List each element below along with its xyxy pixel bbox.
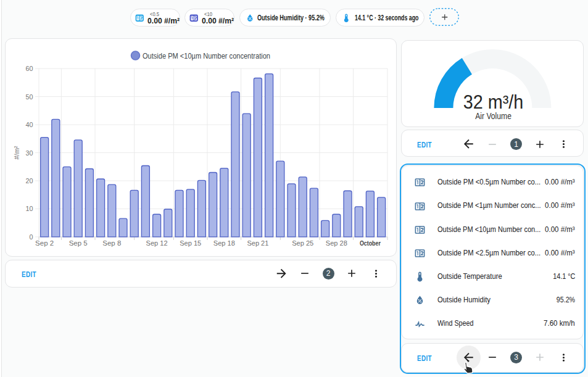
svg-text:Sep 5: Sep 5 xyxy=(69,239,88,247)
svg-text:Air Volume: Air Volume xyxy=(475,110,511,121)
svg-text:Sep 12: Sep 12 xyxy=(146,239,168,247)
svg-text:60: 60 xyxy=(25,65,33,72)
svg-text:Sep 28: Sep 28 xyxy=(326,239,347,247)
svg-text:20: 20 xyxy=(25,177,33,184)
svg-text:#/m²: #/m² xyxy=(13,146,20,159)
svg-text:Sep 18: Sep 18 xyxy=(213,239,235,247)
svg-text:32 m³/h: 32 m³/h xyxy=(463,91,524,113)
svg-text:Sep 2: Sep 2 xyxy=(35,239,54,247)
svg-text:30: 30 xyxy=(25,149,33,156)
svg-text:10: 10 xyxy=(25,205,33,212)
svg-text:Sep 21: Sep 21 xyxy=(247,239,268,247)
svg-text:Outside PM <10µm Number concen: Outside PM <10µm Number concentration xyxy=(143,51,270,60)
svg-text:40: 40 xyxy=(25,121,33,128)
svg-text:50: 50 xyxy=(25,93,33,100)
svg-text:0: 0 xyxy=(29,233,33,240)
svg-text:Sep 15: Sep 15 xyxy=(180,239,201,247)
svg-text:October: October xyxy=(360,239,381,247)
svg-text:Sep 25: Sep 25 xyxy=(292,239,313,247)
svg-text:Sep 8: Sep 8 xyxy=(102,239,121,247)
